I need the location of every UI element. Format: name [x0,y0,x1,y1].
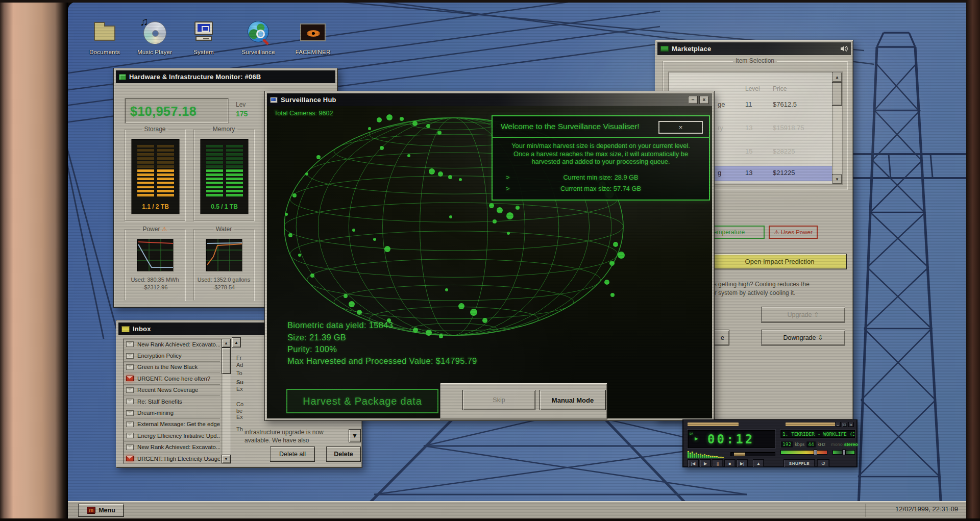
camera-dot [437,131,442,135]
prev-button[interactable]: |◀ [688,459,699,467]
stat-max-value: Max Harvested and Processed Value: $1479… [287,356,477,366]
email-row[interactable]: Energy Efficiency Initiative Upd... [124,430,220,441]
spectrum-bar [692,452,693,458]
email-subject: External Message: Get the edge... [137,421,220,427]
upgrade-button[interactable]: Upgrade ⇧ [761,307,845,322]
email-row[interactable]: Re: Staff Benefits [124,396,220,407]
desktop-icon-system[interactable]: System [182,19,226,55]
player-menu-icon[interactable]: – [835,422,841,427]
mrow-name[interactable]: ry [718,124,723,132]
taskbar: m Menu 12/02/1999, 22:31:09 [68,501,966,518]
camera-dot [305,172,308,176]
player-close-icon[interactable]: × [848,422,854,427]
window-title: Inbox [133,325,151,333]
preview-dropdown-button[interactable]: ▼ [349,429,361,442]
marketplace-titlebar[interactable]: Marketplace [657,42,851,55]
mrow-level[interactable]: 11 [745,101,752,108]
scroll-down-icon[interactable]: ▼ [222,455,231,463]
email-row[interactable]: New Rank Achieved: Excavato... [124,339,220,350]
power-group: Power ⚠ Used: 380.35 MWh -$2312.96 [125,229,185,301]
preview-scroll-up-icon[interactable]: ▲ [232,337,241,348]
downgrade-button[interactable]: Downgrade ⇩ [761,330,845,345]
mrow-level[interactable]: 13 [745,169,752,177]
preview-field-fragment: Th [236,426,243,432]
email-row[interactable]: URGENT: High Electricity Usage [124,453,220,464]
scrollbar-thumb[interactable] [222,348,231,374]
camera-dot [412,121,418,126]
balance-panel: $10,957.18 [125,98,229,123]
manual-mode-button[interactable]: Manual Mode [540,390,606,410]
eject-button[interactable]: ▲ [753,459,764,467]
shuffle-button[interactable]: SHUFFLE [783,459,815,467]
repeat-button[interactable]: ↺ [817,459,829,467]
hardware-monitor-titlebar[interactable]: Hardware & Infrastructure Monitor: #06B [116,70,335,83]
delete-button[interactable]: Delete [326,446,361,462]
mrow-level[interactable]: 15 [745,147,752,155]
balance-thumb[interactable] [842,450,846,455]
email-row[interactable]: Encryption Policy [124,350,220,361]
next-button[interactable]: ▶| [737,459,748,467]
desktop-icon-surveillance[interactable]: Surveillance [236,19,280,55]
mono-indicator: mono [831,442,843,447]
speaker-icon[interactable] [840,45,848,52]
skip-button[interactable]: Skip [462,390,535,410]
email-row[interactable]: New Rank Achieved: Excavato... [124,442,220,453]
email-scrollbar[interactable]: ▲ ▼ [222,339,231,463]
scroll-up-icon[interactable]: ▲ [832,72,842,82]
spectrum-bar [716,456,718,458]
email-row[interactable]: Dream-mining [124,407,220,418]
desktop-icon-music-player[interactable]: ♫ Music Player [133,19,177,55]
stop-button[interactable]: ■ [724,459,736,467]
balance-slider[interactable] [832,450,855,455]
desktop-icon-faceminer[interactable]: FACEMINER [291,19,335,55]
volume-slider[interactable] [780,450,827,455]
email-row[interactable]: URGENT: Come here often? [124,373,220,384]
email-row[interactable]: Green is the New Black [124,362,220,373]
titlebar-ridge[interactable] [786,423,837,426]
delete-all-button[interactable]: Delete all [270,446,315,462]
window-title: Marketplace [672,45,711,53]
pause-button[interactable]: || [712,459,723,467]
storage-value: 1.1 / 2 TB [132,203,179,210]
scroll-down-icon[interactable]: ▼ [832,174,842,184]
meter-bar [206,157,243,160]
camera-dot [426,124,430,128]
preview-field-fragment: be [236,408,242,414]
play-button[interactable]: ▶ [700,459,711,467]
visualiser-welcome-dialog: Welcome to the Surveillance Visualiser! … [492,115,710,201]
seek-bar[interactable] [730,452,775,456]
dialog-min-size: Current min size: 28.9 GB [493,173,709,181]
email-row[interactable]: Recent News Coverage [124,385,220,396]
scrollbar-thumb[interactable] [832,82,842,106]
item-list-scrollbar[interactable]: ▲ ▼ [832,72,842,184]
surveillance-titlebar[interactable]: Surveillance Hub – × [267,93,712,106]
mrow-price[interactable]: $21225 [773,169,795,177]
crt-photo: Documents ♫ Music Player System Surveill… [0,0,980,521]
open-impact-prediction-button[interactable]: Open Impact Prediction [713,254,847,269]
camera-dot [384,246,390,252]
dialog-body: Your min/max harvest size is dependent o… [493,142,709,166]
camera-dot [288,233,292,237]
player-minimize-icon[interactable]: □ [842,422,847,427]
mrow-name[interactable]: g [718,169,721,177]
water-chart [206,239,242,271]
email-row[interactable]: External Message: Get the edge... [124,419,220,430]
menu-button[interactable]: m Menu [78,504,124,517]
harvest-package-button[interactable]: Harvest & Package data [286,389,438,413]
scroll-up-icon[interactable]: ▲ [222,339,231,348]
titlebar-ridge[interactable] [688,423,739,426]
mrow-price[interactable]: $15918.75 [773,124,804,132]
mrow-price[interactable]: $7612.5 [773,101,797,108]
seek-thumb[interactable] [734,453,745,456]
volume-thumb[interactable] [814,450,817,455]
mrow-level[interactable]: 13 [745,124,752,132]
close-button[interactable]: × [699,96,709,104]
faceminer-logo-icon: m [87,507,95,514]
dialog-close-button[interactable]: × [658,121,703,134]
minimize-button[interactable]: – [688,96,698,104]
mrow-price[interactable]: $28225 [773,147,795,155]
email-subject: Dream-mining [137,410,174,416]
desktop-icon-documents[interactable]: Documents [83,19,127,55]
mrow-name[interactable]: ge [718,101,725,108]
envelope-icon [126,444,134,450]
